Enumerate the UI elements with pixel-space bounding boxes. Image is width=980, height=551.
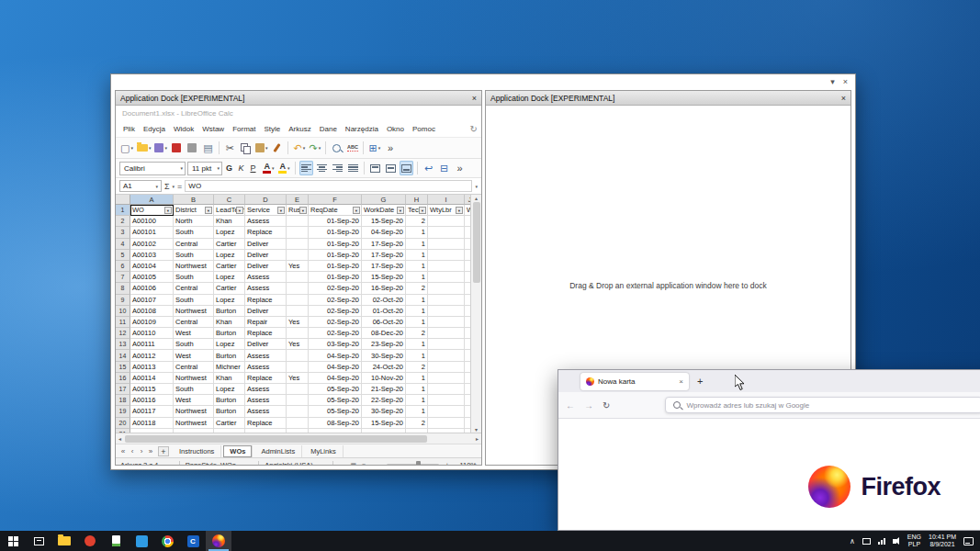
cell[interactable] xyxy=(428,384,465,395)
horizontal-scroll-track[interactable] xyxy=(123,435,474,443)
cell[interactable]: Assess xyxy=(245,272,287,283)
zoom-in-button[interactable]: + xyxy=(445,461,449,465)
sheet-nav-icon-2[interactable]: › xyxy=(138,447,145,455)
cell[interactable]: 05-Sep-20 xyxy=(309,395,362,406)
cell[interactable] xyxy=(428,272,465,283)
name-box[interactable]: A1▾ xyxy=(119,180,162,192)
cell[interactable]: Northwest xyxy=(174,261,214,272)
cell[interactable]: 03-Sep-20 xyxy=(309,339,362,350)
sheet-tab-mylinks[interactable]: MyLinks xyxy=(304,445,344,457)
cell[interactable]: A00109 xyxy=(130,317,174,328)
cell[interactable]: 01-Sep-20 xyxy=(309,261,362,272)
cell[interactable]: A00111 xyxy=(130,339,174,350)
cell[interactable]: Assess xyxy=(245,283,287,294)
cell[interactable]: 01-Sep-20 xyxy=(309,239,362,250)
cell[interactable]: 01-Sep-20 xyxy=(309,250,362,261)
cell[interactable] xyxy=(428,306,465,317)
action-center-icon[interactable] xyxy=(963,537,974,545)
header-cell-H1[interactable]: Techs▾ xyxy=(406,205,428,216)
cell[interactable]: 01-Sep-20 xyxy=(309,227,362,238)
cell[interactable]: 1 xyxy=(406,227,428,238)
zoom-out-button[interactable]: − xyxy=(377,461,381,465)
document-modified-icon[interactable]: ▦ xyxy=(350,462,356,466)
row-header-3[interactable]: 3 xyxy=(116,227,130,238)
cell[interactable]: A00107 xyxy=(130,295,174,306)
tray-app-icon[interactable] xyxy=(862,538,871,545)
cell[interactable] xyxy=(287,250,309,261)
cell[interactable]: A00105 xyxy=(130,272,174,283)
cell[interactable]: 21-Sep-20 xyxy=(362,384,406,395)
filter-dropdown-icon[interactable]: ▾ xyxy=(205,207,212,214)
taskbar-app-vscode[interactable] xyxy=(129,531,154,551)
cell[interactable]: Khan xyxy=(214,317,245,328)
cell[interactable] xyxy=(428,261,465,272)
menu-okno[interactable]: Okno xyxy=(383,124,408,134)
cell[interactable]: Cartier xyxy=(214,418,245,429)
cell[interactable] xyxy=(287,295,309,306)
cell[interactable]: 04-Sep-20 xyxy=(309,362,362,373)
header-cell-E1[interactable]: Rush▾ xyxy=(287,205,309,216)
cell[interactable] xyxy=(287,227,309,238)
header-cell-F1[interactable]: ReqDate▾ xyxy=(309,205,362,216)
cell[interactable]: 02-Sep-20 xyxy=(309,306,362,317)
cell[interactable] xyxy=(428,350,465,361)
cell[interactable] xyxy=(287,283,309,294)
cell[interactable]: 15-Sep-20 xyxy=(362,418,406,429)
filter-dropdown-icon[interactable]: ▾ xyxy=(353,207,360,214)
toolbar-overflow-icon[interactable]: » xyxy=(383,141,397,155)
cell[interactable]: 1 xyxy=(406,250,428,261)
cell[interactable]: Cartier xyxy=(214,239,245,250)
cell[interactable] xyxy=(428,227,465,238)
cell[interactable]: 15-Sep-20 xyxy=(362,216,406,227)
cell[interactable]: Burton xyxy=(214,306,245,317)
cell[interactable]: 02-Sep-20 xyxy=(309,283,362,294)
menu-edycja[interactable]: Edycja xyxy=(140,124,169,134)
cell[interactable] xyxy=(287,362,309,373)
formula-input[interactable]: WO xyxy=(185,180,472,192)
menu-format[interactable]: Format xyxy=(229,124,259,134)
reload-icon[interactable]: ↻ xyxy=(603,400,610,410)
cell[interactable]: Northwest xyxy=(174,406,214,417)
cell[interactable] xyxy=(428,283,465,294)
find-replace-icon[interactable] xyxy=(330,141,344,155)
cell[interactable] xyxy=(428,418,465,429)
cell[interactable]: South xyxy=(174,250,214,261)
cell[interactable]: Replace xyxy=(245,418,287,429)
cell[interactable]: 04-Sep-20 xyxy=(362,227,406,238)
cell[interactable]: Lopez xyxy=(214,227,245,238)
cell[interactable]: A00118 xyxy=(130,418,174,429)
cell[interactable]: 30-Sep-20 xyxy=(362,350,406,361)
cell[interactable]: 08-Sep-20 xyxy=(309,418,362,429)
print-icon[interactable] xyxy=(186,141,199,155)
menu-arkusz[interactable]: Arkusz xyxy=(285,124,314,134)
cell[interactable] xyxy=(428,362,465,373)
grid-corner[interactable] xyxy=(116,195,130,205)
cell[interactable]: South xyxy=(174,339,214,350)
status-language[interactable]: Angielski (USA) xyxy=(265,461,327,465)
zoom-level[interactable]: 110% xyxy=(455,461,477,465)
cell[interactable]: A00113 xyxy=(130,362,174,373)
underline-button[interactable]: P xyxy=(248,163,258,173)
taskbar-clock[interactable]: 10:41 PM 8/9/2021 xyxy=(929,534,956,548)
paste-icon[interactable]: ▾ xyxy=(254,141,269,155)
cell[interactable]: A00117 xyxy=(130,406,174,417)
menu-pomoc[interactable]: Pomoc xyxy=(409,124,439,134)
cell[interactable]: Lopez xyxy=(214,295,245,306)
cell[interactable]: Cartier xyxy=(214,261,245,272)
cell[interactable]: Lopez xyxy=(214,250,245,261)
cut-icon[interactable]: ✂ xyxy=(223,141,237,155)
cell[interactable]: 1 xyxy=(406,295,428,306)
cell[interactable] xyxy=(287,406,309,417)
row-header-2[interactable]: 2 xyxy=(116,216,130,227)
cell[interactable]: North xyxy=(174,216,214,227)
status-page-style[interactable]: PageStyle_WOs xyxy=(186,461,253,465)
cell[interactable]: South xyxy=(174,384,214,395)
network-icon[interactable] xyxy=(878,538,885,545)
font-color-icon[interactable]: A▾ xyxy=(262,161,276,175)
row-header-5[interactable]: 5 xyxy=(116,250,130,261)
cell[interactable]: Assess xyxy=(245,362,287,373)
row-header-14[interactable]: 14 xyxy=(116,350,130,361)
cell[interactable]: Khan xyxy=(214,216,245,227)
align-center-icon[interactable] xyxy=(315,161,329,175)
back-icon[interactable]: ← xyxy=(566,400,575,410)
